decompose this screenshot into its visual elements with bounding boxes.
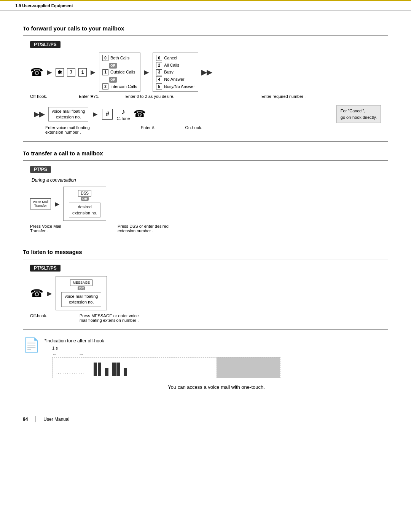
s3-arrow1: ▶ <box>47 290 52 297</box>
pulse5 <box>116 363 120 376</box>
s3-offhook-icon: ☎ <box>30 287 43 300</box>
grey-fill <box>217 358 280 378</box>
section1-title: To forward your calls to your mailbox <box>23 25 388 32</box>
dss-btn: DSS <box>78 190 91 197</box>
dss-or-ext: DSS OR desiredextension no. <box>63 187 106 221</box>
section2-title: To transfer a call to a mailbox <box>23 150 388 157</box>
section1-flow-row1: ☎ ▶ ✱ 7 1 ▶ 0 Both Calls OR 1 Outside Ca… <box>30 53 381 92</box>
during-conv-label: During a conversation <box>32 177 381 183</box>
main-content: To forward your calls to your mailbox PT… <box>0 11 411 405</box>
forward-type-options: 0 Cancel 2 All Calls 3 Busy 4 No Answer … <box>153 53 198 92</box>
pulse2 <box>98 363 101 376</box>
one-s-label: 1 s <box>52 346 58 350</box>
section-number: 1.9 User-supplied Equipment <box>15 3 73 8</box>
section2-flow-row: Voice MailTransfer ▶ DSS OR desiredexten… <box>30 187 381 221</box>
msg-btn: MESSAGE <box>70 280 92 286</box>
key-7: 7 <box>67 68 75 77</box>
label-enter-required: Enter required number . <box>186 94 381 99</box>
section1-flow-row2: ▶▶ voice mail floatingextension no. ▶ # … <box>30 105 381 123</box>
s2-label-pressvm: Press Voice MailTransfer . <box>30 224 106 233</box>
indication-label: *Indication tone after off-hook <box>45 338 388 343</box>
tone-diagram: 1 s ← ────── → ............. <box>52 346 388 378</box>
section1-labels-row2: Enter voice mail floatingextension numbe… <box>30 125 381 134</box>
ctone: ♪ C.Tone <box>116 107 130 121</box>
arrow6: ▶ <box>93 110 97 118</box>
section3-diagram: PT/SLT/PS ☎ ▶ MESSAGE OR voice mail floa… <box>23 259 388 330</box>
section3-flow-row: ☎ ▶ MESSAGE OR voice mail floatingextens… <box>30 276 381 310</box>
footer: 94 User Manual <box>0 413 411 425</box>
pulse4 <box>112 363 116 376</box>
arrow2: ▶ <box>91 69 95 76</box>
s2-arrow1: ▶ <box>55 200 59 208</box>
onhook-phone-icon: ☎ <box>134 108 146 120</box>
label-onhook: On-hook. <box>175 125 213 134</box>
section-header: 1.9 User-supplied Equipment <box>0 0 411 11</box>
cancel-note: For "Cancel",go on-hook directly. <box>336 105 381 123</box>
note-section: 📄 *Indication tone after off-hook 1 s ← … <box>23 338 388 390</box>
wave-box: ............. <box>52 357 280 378</box>
or-badge-2: OR <box>109 77 117 83</box>
s3-vmbox: voice mail floatingextension no. <box>61 292 101 307</box>
section1-diagram: PT/SLT/PS ☎ ▶ ✱ 7 1 ▶ 0 Both Calls OR 1 … <box>23 35 388 142</box>
label-enter-vm: Enter voice mail floatingextension numbe… <box>45 125 121 134</box>
key-hash: # <box>102 109 113 120</box>
note-paper-icon: 📄 <box>23 338 40 352</box>
s3-label-pressmsg: Press MESSAGE or enter voicemail floatin… <box>80 313 381 323</box>
s3-label-offhook: Off-hook. <box>30 313 80 323</box>
s2-label-pressdss: Press DSS or enter desiredextension numb… <box>106 224 381 233</box>
one-s-row: 1 s <box>52 346 58 350</box>
section3-badge: PT/SLT/PS <box>30 265 61 272</box>
option-busy: 3 Busy <box>156 69 195 76</box>
footer-divider <box>35 416 36 422</box>
option-both: 0 Both Calls <box>102 54 137 62</box>
pulse1 <box>94 363 97 376</box>
bracket-row: ← ────── → <box>52 351 84 357</box>
vm-transfer-wrap: Voice MailTransfer <box>30 198 51 210</box>
key-1: 1 <box>78 68 87 77</box>
section3-labels-row: Off-hook. Press MESSAGE or enter voicema… <box>30 313 381 323</box>
desired-ext-box: desiredextension no. <box>69 203 100 217</box>
page-number: 94 <box>23 417 28 422</box>
ctone-note-icon: ♪ <box>121 107 125 116</box>
offhook-phone-icon: ☎ <box>30 66 43 78</box>
label-enter-0to2: Enter 0 to 2 as you desire. <box>114 94 186 99</box>
vmbox1: voice mail floatingextension no. <box>48 107 88 122</box>
arrow4-dbl: ▶▶ <box>201 68 212 77</box>
s3-or: OR <box>78 286 85 290</box>
wave-dots: ............. <box>56 370 86 374</box>
option-cancel: 0 Cancel <box>156 54 195 62</box>
arrow1: ▶ <box>47 69 52 76</box>
footer-manual: User Manual <box>43 417 69 422</box>
section1-labels-row1: Off-hook. Enter ✱71. Enter 0 to 2 as you… <box>30 94 381 99</box>
option-intercom: 2 Intercom Calls <box>102 83 137 90</box>
label-offhook: Off-hook. <box>30 94 64 99</box>
or-badge-1: OR <box>109 63 117 69</box>
msg-or-vmbox: MESSAGE OR voice mail floatingextension … <box>56 276 107 310</box>
pulse-group1 <box>94 363 127 376</box>
option-busynoanswer: 5 Busy/No Answer <box>156 83 195 90</box>
key-star: ✱ <box>56 68 64 77</box>
label-enter-hash: Enter #. <box>121 125 175 134</box>
section2-badge: PT/PS <box>30 166 51 173</box>
pulse6 <box>124 368 127 376</box>
arrow5-dbl: ▶▶ <box>34 110 45 118</box>
s2-or: OR <box>81 197 89 201</box>
cancel-note-wrap: For "Cancel",go on-hook directly. <box>336 105 381 123</box>
option-noanswer: 4 No Answer <box>156 76 195 83</box>
vm-transfer-btn: Voice MailTransfer <box>30 198 51 210</box>
pulse3 <box>105 368 108 376</box>
label-enter-star71: Enter ✱71. <box>64 94 114 99</box>
option-allcalls: 2 All Calls <box>156 62 195 69</box>
section2-labels-row: Press Voice MailTransfer . Press DSS or … <box>30 224 381 233</box>
call-type-options: 0 Both Calls OR 1 Outside Calls OR 2 Int… <box>99 53 140 92</box>
bottom-text: You can access a voice mail with one-tou… <box>45 384 388 390</box>
arrow3: ▶ <box>144 69 149 76</box>
section3-title: To listen to messages <box>23 249 388 255</box>
section2-diagram: PT/PS During a conversation Voice MailTr… <box>23 160 388 240</box>
note-content: *Indication tone after off-hook 1 s ← ──… <box>45 338 388 390</box>
section1-badge: PT/SLT/PS <box>30 41 61 48</box>
option-outside: 1 Outside Calls <box>102 69 137 76</box>
